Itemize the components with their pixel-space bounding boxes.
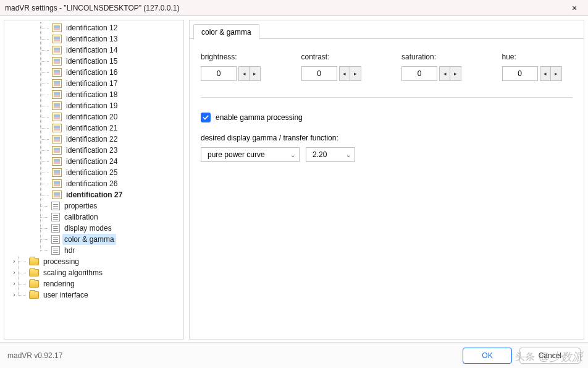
tree-row[interactable]: ›rendering [7, 278, 183, 289]
brightness-label: brightness: [201, 53, 272, 61]
tree-row[interactable]: identification 19 [7, 100, 183, 111]
tree-item-label: identification 15 [64, 56, 119, 67]
triangle-left-icon: ◂ [243, 71, 246, 77]
desired-gamma-label: desired display gamma / transfer functio… [201, 134, 573, 142]
document-icon [51, 202, 60, 210]
document-icon [51, 224, 60, 233]
settings-panel: color & gamma brightness: ◂ ▸ contrast: [189, 20, 584, 340]
tree-item-label: identification 14 [64, 45, 119, 56]
tree-row[interactable]: identification 20 [7, 111, 183, 122]
tree-item-label: identification 17 [64, 78, 119, 89]
tree-item-label: identification 21 [64, 122, 119, 134]
triangle-left-icon: ◂ [343, 71, 346, 77]
nav-tree-panel: identification 12identification 13identi… [4, 20, 184, 340]
triangle-left-icon: ◂ [443, 71, 447, 77]
identification-icon [52, 157, 62, 166]
tree-row[interactable]: calibration [7, 212, 183, 223]
identification-icon [52, 90, 62, 99]
brightness-increase-button[interactable]: ▸ [250, 66, 261, 81]
chevron-right-icon[interactable]: › [10, 267, 18, 278]
folder-icon [29, 291, 39, 299]
tree-item-label: identification 12 [64, 22, 119, 33]
close-icon: × [572, 3, 577, 13]
hue-decrease-button[interactable]: ◂ [540, 66, 551, 81]
tree-row[interactable]: identification 14 [7, 45, 183, 56]
nav-tree[interactable]: identification 12identification 13identi… [4, 20, 183, 339]
ok-button[interactable]: OK [463, 348, 511, 364]
hue-input[interactable] [502, 66, 538, 81]
hue-increase-button[interactable]: ▸ [551, 66, 562, 81]
identification-icon [52, 113, 62, 121]
footer-bar: madVR v0.92.17 OK Cancel [0, 342, 588, 368]
tree-row[interactable]: identification 21 [7, 122, 183, 134]
tree-row[interactable]: color & gamma [7, 234, 183, 245]
tree-row[interactable]: identification 12 [7, 22, 183, 33]
gamma-value-select[interactable]: 2.20 ⌄ [306, 147, 355, 162]
tree-row[interactable]: identification 13 [7, 33, 183, 45]
tree-item-label: identification 18 [64, 89, 119, 100]
triangle-left-icon: ◂ [544, 71, 547, 77]
identification-icon [52, 35, 62, 43]
triangle-right-icon: ▸ [555, 71, 558, 77]
identification-icon [52, 24, 62, 32]
tree-item-label: display modes [62, 223, 114, 234]
tree-row[interactable]: identification 17 [7, 78, 183, 89]
tree-row[interactable]: properties [7, 200, 183, 212]
tree-row[interactable]: ›processing [7, 256, 183, 267]
tree-row[interactable]: identification 25 [7, 167, 183, 178]
contrast-increase-button[interactable]: ▸ [350, 66, 361, 81]
identification-icon [52, 101, 62, 110]
brightness-decrease-button[interactable]: ◂ [238, 66, 250, 81]
tree-row[interactable]: identification 22 [7, 134, 183, 145]
identification-icon [52, 68, 62, 77]
identification-icon [52, 57, 62, 66]
chevron-right-icon[interactable]: › [10, 289, 18, 301]
enable-gamma-checkbox[interactable] [201, 113, 211, 122]
chevron-down-icon: ⌄ [290, 152, 295, 158]
cancel-button[interactable]: Cancel [519, 348, 581, 364]
saturation-input[interactable] [401, 66, 437, 81]
triangle-right-icon: ▸ [354, 71, 357, 77]
tab-color-gamma[interactable]: color & gamma [193, 24, 259, 40]
gamma-curve-select[interactable]: pure power curve ⌄ [201, 147, 300, 162]
saturation-decrease-button[interactable]: ◂ [439, 66, 450, 81]
tree-item-label: identification 23 [64, 145, 119, 156]
identification-icon [52, 179, 62, 188]
tree-item-label: calibration [62, 212, 100, 223]
tree-row[interactable]: display modes [7, 223, 183, 234]
window-title: madVR settings - "LINCOLNSDESKTOP" (127.… [5, 4, 561, 12]
tree-item-label: scaling algorithms [41, 267, 104, 278]
brightness-input[interactable] [201, 66, 237, 81]
contrast-label: contrast: [301, 53, 372, 61]
contrast-input[interactable] [301, 66, 337, 81]
enable-gamma-row[interactable]: enable gamma processing [201, 113, 573, 122]
folder-icon [29, 280, 39, 288]
contrast-decrease-button[interactable]: ◂ [339, 66, 350, 81]
adjust-row: brightness: ◂ ▸ contrast: ◂ ▸ [201, 53, 573, 81]
tree-row[interactable]: ›user interface [7, 289, 183, 301]
tree-item-label: identification 25 [64, 167, 119, 178]
adjust-contrast: contrast: ◂ ▸ [301, 53, 372, 81]
document-icon [51, 213, 60, 221]
tree-row[interactable]: identification 18 [7, 89, 183, 100]
tree-row[interactable]: identification 24 [7, 156, 183, 167]
tree-item-label: color & gamma [62, 234, 116, 245]
enable-gamma-label: enable gamma processing [216, 113, 303, 122]
version-text: madVR v0.92.17 [7, 351, 455, 360]
tree-row[interactable]: ›scaling algorithms [7, 267, 183, 278]
chevron-right-icon[interactable]: › [10, 256, 18, 267]
tree-row[interactable]: identification 15 [7, 56, 183, 67]
identification-icon [52, 135, 62, 143]
tree-item-label: user interface [41, 289, 90, 301]
tree-row[interactable]: identification 27 [7, 189, 183, 200]
tree-row[interactable]: hdr [7, 245, 183, 256]
tree-row[interactable]: identification 16 [7, 67, 183, 78]
tree-row[interactable]: identification 26 [7, 178, 183, 189]
close-button[interactable]: × [561, 0, 588, 16]
saturation-increase-button[interactable]: ▸ [450, 66, 461, 81]
document-icon [51, 235, 60, 244]
tree-row[interactable]: identification 23 [7, 145, 183, 156]
tab-label: color & gamma [201, 28, 251, 36]
chevron-right-icon[interactable]: › [10, 278, 18, 289]
tree-item-label: identification 24 [64, 156, 119, 167]
